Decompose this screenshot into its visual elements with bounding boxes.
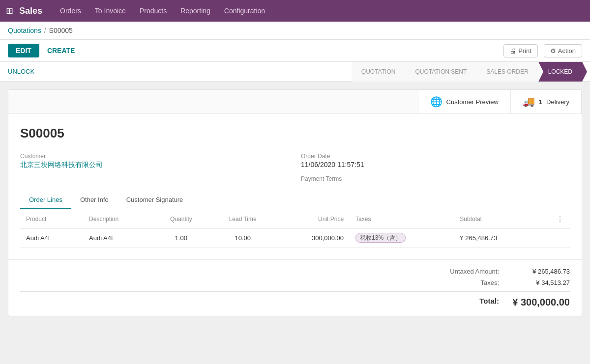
row-subtotal: ¥ 265,486.73 <box>454 229 536 248</box>
customer-field: Customer 北京三块网络科技有限公司 <box>20 153 289 169</box>
customer-value[interactable]: 北京三块网络科技有限公司 <box>20 161 289 169</box>
unlock-button[interactable]: UNLOCK <box>8 68 34 75</box>
app-name: Sales <box>19 6 42 16</box>
action-bar: EDIT CREATE 🖨 Print ⚙ Action <box>0 40 590 62</box>
tab-customer-signature[interactable]: Customer Signature <box>118 191 192 209</box>
taxes-value: ¥ 34,513.27 <box>511 279 570 286</box>
customer-preview-label: Customer Preview <box>446 98 499 106</box>
delivery-button[interactable]: 🚚 1 Delivery <box>511 90 582 113</box>
row-unit-price: 300,000.00 <box>276 229 350 248</box>
total-row-untaxed: Untaxed Amount: ¥ 265,486.73 <box>20 266 570 277</box>
grand-total-value: ¥ 300,000.00 <box>511 297 570 308</box>
action-label: Action <box>558 47 576 55</box>
col-menu: ⋮ <box>537 209 570 229</box>
row-product: Audi A4L <box>20 229 83 248</box>
print-icon: 🖨 <box>510 47 516 55</box>
status-quotation: QUOTATION <box>352 62 406 82</box>
form-card: 🌐 Customer Preview 🚚 1 Delivery S00005 C… <box>8 89 582 316</box>
totals-section: Untaxed Amount: ¥ 265,486.73 Taxes: ¥ 34… <box>8 259 582 316</box>
row-description: Audi A4L <box>83 229 153 248</box>
untaxed-value: ¥ 265,486.73 <box>511 268 570 275</box>
nav-orders[interactable]: Orders <box>54 4 87 18</box>
col-unit-price: Unit Price <box>276 209 350 229</box>
nav-products[interactable]: Products <box>134 4 173 18</box>
tab-other-info[interactable]: Other Info <box>71 191 118 209</box>
breadcrumb-sep: / <box>44 27 46 34</box>
print-button[interactable]: 🖨 Print <box>503 44 538 57</box>
delivery-label: Delivery <box>546 98 569 106</box>
card-top-actions: 🌐 Customer Preview 🚚 1 Delivery <box>8 90 582 114</box>
form-row-customer: Customer 北京三块网络科技有限公司 Order Date 11/06/2… <box>20 153 570 169</box>
create-button[interactable]: CREATE <box>43 44 79 57</box>
order-number: S00005 <box>20 126 570 141</box>
grand-total-label: Total: <box>430 297 499 308</box>
col-taxes: Taxes <box>350 209 454 229</box>
breadcrumb-current: S00005 <box>49 27 73 34</box>
total-row-taxes: Taxes: ¥ 34,513.27 <box>20 277 570 288</box>
status-bar: UNLOCK QUOTATION QUOTATION SENT SALES OR… <box>0 62 590 82</box>
top-navigation: ⊞ Sales Orders To Invoice Products Repor… <box>0 0 590 22</box>
customer-label: Customer <box>20 153 289 160</box>
col-product: Product <box>20 209 83 229</box>
order-date-value: 11/06/2020 11:57:51 <box>301 161 570 168</box>
tax-badge: 税收13%（含） <box>355 233 406 243</box>
order-date-field: Order Date 11/06/2020 11:57:51 <box>301 153 570 169</box>
print-label: Print <box>518 47 531 55</box>
tab-order-lines[interactable]: Order Lines <box>20 191 71 209</box>
main-content: 🌐 Customer Preview 🚚 1 Delivery S00005 C… <box>0 82 590 324</box>
status-quotation-sent: QUOTATION SENT <box>405 62 476 82</box>
row-quantity: 1.00 <box>153 229 210 248</box>
untaxed-label: Untaxed Amount: <box>430 268 499 275</box>
gear-icon: ⚙ <box>550 47 556 55</box>
globe-icon: 🌐 <box>430 96 442 108</box>
nav-reporting[interactable]: Reporting <box>175 4 216 18</box>
status-sales-order: SALES ORDER <box>476 62 538 82</box>
form-row-payment: Payment Terms <box>20 175 570 183</box>
col-subtotal: Subtotal <box>454 209 536 229</box>
column-menu-icon[interactable]: ⋮ <box>556 215 564 223</box>
order-date-label: Order Date <box>301 153 570 160</box>
delivery-count: 1 <box>539 98 542 106</box>
grid-icon[interactable]: ⊞ <box>6 5 13 16</box>
row-lead-time: 10.00 <box>209 229 276 248</box>
customer-preview-button[interactable]: 🌐 Customer Preview <box>418 90 511 113</box>
col-description: Description <box>83 209 153 229</box>
total-row-grand: Total: ¥ 300,000.00 <box>20 291 570 310</box>
edit-button[interactable]: EDIT <box>8 44 39 57</box>
row-taxes: 税收13%（含） <box>350 229 454 248</box>
form-body: S00005 Customer 北京三块网络科技有限公司 Order Date … <box>8 114 582 259</box>
breadcrumb-parent[interactable]: Quotations <box>8 27 41 34</box>
status-steps: QUOTATION QUOTATION SENT SALES ORDER LOC… <box>352 62 582 82</box>
nav-menu: Orders To Invoice Products Reporting Con… <box>54 4 271 18</box>
status-locked: LOCKED <box>538 62 582 82</box>
table-row: Audi A4L Audi A4L 1.00 10.00 300,000.00 … <box>20 229 570 248</box>
col-quantity: Quantity <box>153 209 210 229</box>
taxes-label: Taxes: <box>430 279 499 286</box>
order-lines-table: Product Description Quantity Lead Time U… <box>20 209 570 248</box>
nav-to-invoice[interactable]: To Invoice <box>89 4 132 18</box>
payment-terms-field: Payment Terms <box>301 175 570 183</box>
col-lead-time: Lead Time <box>209 209 276 229</box>
truck-icon: 🚚 <box>523 96 535 108</box>
tabs: Order Lines Other Info Customer Signatur… <box>20 191 570 209</box>
breadcrumb: Quotations / S00005 <box>0 22 590 40</box>
action-button[interactable]: ⚙ Action <box>544 44 582 57</box>
payment-terms-label: Payment Terms <box>301 175 570 182</box>
nav-configuration[interactable]: Configuration <box>218 4 271 18</box>
